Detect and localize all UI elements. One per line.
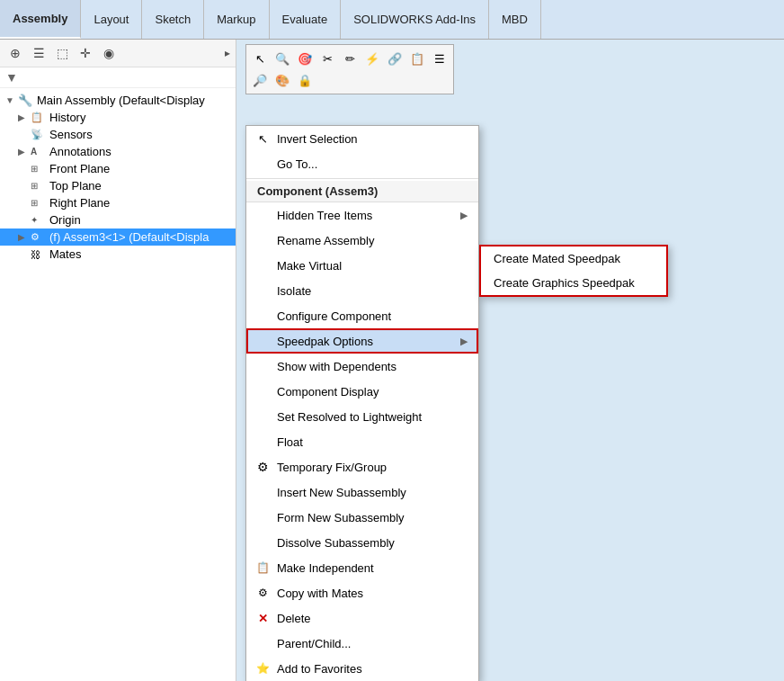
ctx-configure-component[interactable]: Configure Component <box>246 303 478 328</box>
ctx-delete[interactable]: ✕ Delete <box>246 605 478 631</box>
ctx-tb-cursor[interactable]: ↖ <box>250 49 270 68</box>
ctx-component-display[interactable]: Component Display <box>246 379 478 404</box>
ctx-isolate-label: Isolate <box>277 284 468 298</box>
rename-assembly-icon <box>254 231 272 249</box>
origin-icon: ✦ <box>31 215 47 225</box>
ctx-tb-edit[interactable]: ✏ <box>340 49 360 68</box>
ctx-tb-copy[interactable]: 📋 <box>407 49 427 68</box>
mates-label: Mates <box>49 247 81 261</box>
tab-markup[interactable]: Markup <box>204 0 269 39</box>
tab-layout[interactable]: Layout <box>81 0 142 39</box>
top-plane-label: Top Plane <box>49 179 102 193</box>
submenu-create-mated-speedpak[interactable]: Create Mated Speedpak <box>481 246 666 271</box>
ctx-parent-child[interactable]: Parent/Child... <box>246 631 478 656</box>
ctx-form-new-subassembly[interactable]: Form New Subassembly <box>246 505 478 530</box>
ctx-hidden-tree-label: Hidden Tree Items <box>277 209 455 222</box>
ctx-rename-assembly[interactable]: Rename Assembly <box>246 228 478 253</box>
create-mated-speedpak-label: Create Mated Speedpak <box>494 252 620 265</box>
mates-icon: ⛓ <box>31 249 47 260</box>
ctx-tb-target[interactable]: 🎯 <box>295 49 315 68</box>
right-area: ↖ 🔍 🎯 ✂ ✏ ⚡ 🔗 📋 ☰ 🔎 🎨 🔒 ↖ Invert Selecti… <box>236 40 784 681</box>
history-label: History <box>49 111 85 124</box>
context-menu: ↖ Invert Selection Go To... Component (A… <box>245 125 479 681</box>
add-favorites-icon: ⭐ <box>254 659 272 677</box>
tab-mbd[interactable]: MBD <box>489 0 541 39</box>
tree-item-mates[interactable]: ⛓ Mates <box>0 246 236 263</box>
ctx-tb-zoom[interactable]: 🔎 <box>250 70 270 90</box>
ctx-float-label: Float <box>277 435 468 449</box>
tree-tool-plus[interactable]: ✛ <box>76 43 95 63</box>
history-icon: 📋 <box>31 112 47 123</box>
ctx-delete-label: Delete <box>277 612 468 625</box>
tree-item-front-plane[interactable]: ⊞ Front Plane <box>0 160 236 177</box>
tree-tool-list[interactable]: ☰ <box>29 43 49 63</box>
ctx-goto[interactable]: Go To... <box>246 151 478 176</box>
tab-assembly[interactable]: Assembly <box>0 0 81 39</box>
front-plane-icon: ⊞ <box>31 164 47 174</box>
ctx-tb-search[interactable]: 🔍 <box>272 49 292 68</box>
ctx-dissolve-subassembly[interactable]: Dissolve Subassembly <box>246 530 478 555</box>
ctx-speedpak-label: Speedpak Options <box>277 335 455 348</box>
ctx-make-virtual[interactable]: Make Virtual <box>246 253 478 278</box>
ctx-invert-selection[interactable]: ↖ Invert Selection <box>246 126 478 151</box>
ctx-copy-mates-label: Copy with Mates <box>277 587 468 600</box>
expand-icon: ▼ <box>5 95 18 105</box>
tree-item-sensors[interactable]: 📡 Sensors <box>0 126 236 143</box>
ctx-tb-cut[interactable]: ✂ <box>317 49 337 68</box>
speedpak-submenu: Create Mated Speedpak Create Graphics Sp… <box>479 245 668 297</box>
isolate-icon <box>254 282 272 300</box>
ctx-show-dependents-label: Show with Dependents <box>277 360 468 373</box>
ctx-speedpak-options[interactable]: Speedpak Options ▶ <box>246 328 478 354</box>
ctx-make-virtual-label: Make Virtual <box>277 259 468 273</box>
tab-solidworks-addins[interactable]: SOLIDWORKS Add-Ins <box>341 0 489 39</box>
tree-toolbar: ⊕ ☰ ⬚ ✛ ◉ ▸ <box>0 40 236 67</box>
parent-child-icon <box>254 634 272 652</box>
tree-item-origin[interactable]: ✦ Origin <box>0 211 236 228</box>
ctx-add-to-favorites[interactable]: ⭐ Add to Favorites <box>246 656 478 681</box>
tree-tool-filter[interactable]: ⊕ <box>5 43 25 63</box>
ctx-float[interactable]: Float <box>246 429 478 454</box>
ctx-make-independent[interactable]: 📋 Make Independent <box>246 555 478 580</box>
tree-tool-box[interactable]: ⬚ <box>52 43 72 63</box>
insert-sub-icon <box>254 483 272 501</box>
tree-item-top-plane[interactable]: ⊞ Top Plane <box>0 177 236 194</box>
ctx-set-resolved-label: Set Resolved to Lightweight <box>277 410 468 424</box>
submenu-create-graphics-speedpak[interactable]: Create Graphics Speedpak <box>481 271 666 295</box>
ctx-tb-menu[interactable]: ☰ <box>430 49 450 68</box>
tree-item-history[interactable]: ▶ 📋 History <box>0 109 236 126</box>
ctx-speedpak-arrow: ▶ <box>460 336 468 347</box>
tree-tool-circle[interactable]: ◉ <box>99 43 119 63</box>
ctx-tb-flash[interactable]: ⚡ <box>362 49 382 68</box>
context-toolbar: ↖ 🔍 🎯 ✂ ✏ ⚡ 🔗 📋 ☰ 🔎 🎨 🔒 <box>245 44 454 94</box>
filter-icon: ▼ <box>5 70 18 85</box>
ctx-parent-child-label: Parent/Child... <box>277 637 468 650</box>
ctx-insert-new-subassembly[interactable]: Insert New Subassembly <box>246 479 478 505</box>
ctx-copy-with-mates[interactable]: ⚙ Copy with Mates <box>246 580 478 605</box>
ctx-toolbar-row2: 🔎 🎨 🔒 <box>250 70 450 90</box>
tree-item-annotations[interactable]: ▶ A Annotations <box>0 143 236 160</box>
ctx-separator-1 <box>246 178 478 179</box>
tree-tool-more[interactable]: ▸ <box>225 47 230 59</box>
tab-sketch[interactable]: Sketch <box>142 0 204 39</box>
tab-evaluate[interactable]: Evaluate <box>270 0 342 39</box>
tree-item-right-plane[interactable]: ⊞ Right Plane <box>0 194 236 211</box>
invert-selection-icon: ↖ <box>254 130 272 148</box>
assem3-icon: ⚙ <box>31 231 47 243</box>
annotations-label: Annotations <box>49 145 111 158</box>
ctx-isolate[interactable]: Isolate <box>246 278 478 303</box>
ctx-tb-palette[interactable]: 🎨 <box>272 70 292 90</box>
tree-item-main-assembly[interactable]: ▼ 🔧 Main Assembly (Default<Display <box>0 92 236 109</box>
expand-icon-assem3: ▶ <box>18 232 31 242</box>
ctx-show-with-dependents[interactable]: Show with Dependents <box>246 354 478 379</box>
ctx-hidden-tree-arrow: ▶ <box>460 210 468 221</box>
right-plane-label: Right Plane <box>49 196 110 210</box>
ctx-tb-lock[interactable]: 🔒 <box>295 70 315 90</box>
tree-item-assem3[interactable]: ▶ ⚙ (f) Assem3<1> (Default<Displa <box>0 228 236 246</box>
ctx-hidden-tree-items[interactable]: Hidden Tree Items ▶ <box>246 202 478 228</box>
ctx-tb-link[interactable]: 🔗 <box>385 49 405 68</box>
ctx-make-independent-label: Make Independent <box>277 561 468 575</box>
ctx-rename-assembly-label: Rename Assembly <box>277 234 468 247</box>
hidden-tree-icon <box>254 206 272 224</box>
ctx-set-resolved-lightweight[interactable]: Set Resolved to Lightweight <box>246 404 478 429</box>
ctx-temporary-fix-group[interactable]: ⚙ Temporary Fix/Group <box>246 454 478 479</box>
